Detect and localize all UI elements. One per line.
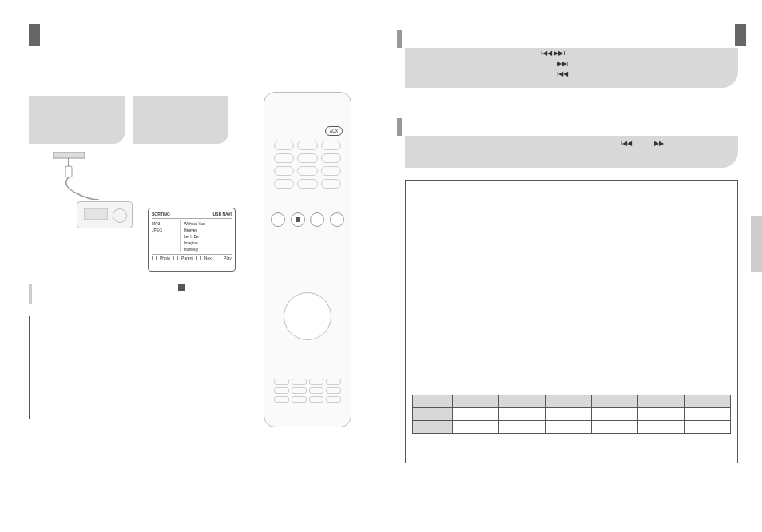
section-bar	[397, 30, 402, 48]
skip-next-icon: ▶▶I	[654, 140, 665, 147]
screen-right-item: Imagine	[184, 240, 232, 246]
section-bar	[397, 118, 402, 136]
key-0[interactable]	[297, 179, 317, 189]
skip-prev-next-icon: I◀◀ ▶▶I	[541, 50, 566, 57]
skip-prev-icon: I◀◀	[621, 140, 632, 147]
note-box-left	[29, 316, 252, 419]
instruction-block-2	[405, 136, 738, 168]
step-boxes	[29, 96, 228, 144]
screen-left-item: JPEG	[152, 227, 180, 233]
table-row	[413, 421, 731, 434]
key-7[interactable]	[274, 166, 294, 176]
mp3-player-icon	[77, 201, 133, 228]
screen-right-item: Without You	[184, 220, 232, 227]
footer-icon	[152, 256, 157, 260]
svg-rect-1	[65, 166, 72, 177]
play-pause-button[interactable]	[310, 212, 324, 227]
key-6[interactable]	[321, 153, 341, 163]
table-row	[413, 408, 731, 421]
svg-rect-0	[53, 152, 85, 158]
side-tab	[751, 216, 762, 272]
screen-right-item: Heaven	[184, 227, 232, 233]
key-9[interactable]	[321, 166, 341, 176]
usb-device-illustration	[29, 152, 133, 240]
key-8[interactable]	[297, 166, 317, 176]
step-1-box	[29, 96, 125, 144]
skip-next-icon: ▶▶I	[557, 60, 568, 67]
screen-right-item: Honesty	[184, 246, 232, 252]
spec-table	[412, 395, 731, 434]
screen-header-right: USB NAVI	[212, 212, 232, 216]
aux-button[interactable]: AUX	[325, 126, 343, 136]
page-tab-right	[735, 24, 746, 46]
remote-control: AUX	[264, 92, 351, 427]
step-2-box	[133, 96, 228, 144]
onscreen-menu: SORTING USB NAVI MP3 JPEG Without You He…	[148, 208, 236, 272]
prev-button[interactable]	[271, 212, 285, 227]
dpad[interactable]	[284, 292, 331, 340]
skip-prev-icon: I◀◀	[557, 70, 568, 77]
next-button[interactable]	[330, 212, 344, 227]
remote-bottom-buttons	[274, 379, 341, 403]
note-box-right	[405, 180, 738, 463]
footer-icon	[173, 256, 178, 260]
skip-icons: I◀◀ ▶▶I	[541, 50, 566, 57]
footer-icon	[216, 256, 220, 260]
playback-row	[271, 212, 344, 227]
key-3[interactable]	[321, 141, 341, 150]
page-tab-left	[29, 24, 40, 46]
key-blank[interactable]	[321, 179, 341, 189]
screen-right-item: Let It Be	[184, 233, 232, 240]
key-4[interactable]	[274, 153, 294, 163]
key-blank[interactable]	[274, 179, 294, 189]
usb-cable-icon	[53, 152, 101, 208]
footer-icon	[196, 256, 201, 260]
stop-icon	[177, 284, 185, 292]
key-1[interactable]	[274, 141, 294, 150]
screen-left-item: MP3	[152, 220, 180, 227]
instruction-block-1	[405, 48, 738, 88]
screen-header-left: SORTING	[152, 212, 170, 216]
stop-button[interactable]	[291, 212, 305, 227]
section-bar	[29, 284, 32, 304]
key-2[interactable]	[297, 141, 317, 150]
key-5[interactable]	[297, 153, 317, 163]
remote-keypad	[274, 141, 341, 189]
